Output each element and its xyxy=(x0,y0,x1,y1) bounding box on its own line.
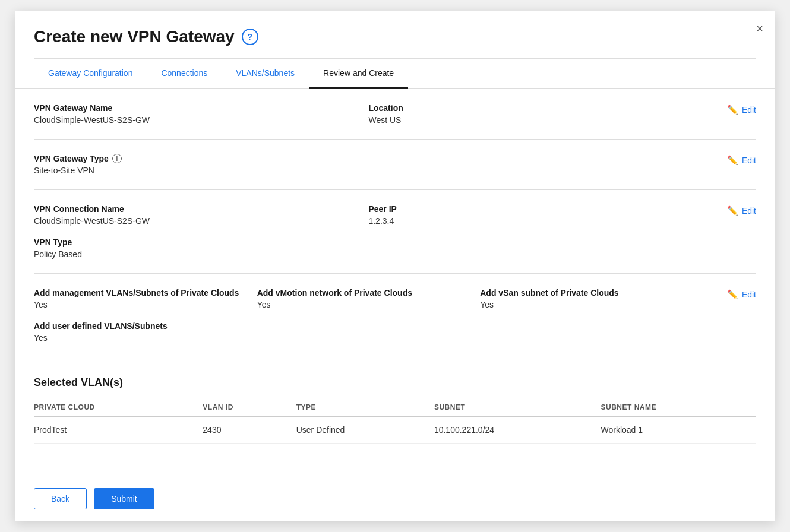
row-subnet: 10.100.221.0/24 xyxy=(434,417,601,444)
vlans-edit-button[interactable]: ✏️ Edit xyxy=(727,288,756,300)
add-vsan-value: Yes xyxy=(480,300,703,309)
vpn-connection-name-field: VPN Connection Name CloudSimple-WestUS-S… xyxy=(34,204,368,226)
selected-vlans-title: Selected VLAN(s) xyxy=(34,376,756,389)
gateway-name-edit-button[interactable]: ✏️ Edit xyxy=(727,103,756,115)
location-field: Location West US xyxy=(368,103,703,125)
peer-ip-field: Peer IP 1.2.3.4 xyxy=(368,204,703,226)
row-type: User Defined xyxy=(296,417,434,444)
vpn-type-field: VPN Type Policy Based xyxy=(34,238,703,259)
fields-row: VPN Gateway Name CloudSimple-WestUS-S2S-… xyxy=(34,103,703,125)
tab-review-and-create[interactable]: Review and Create xyxy=(309,59,408,89)
connection-name-peer-row: VPN Connection Name CloudSimple-WestUS-S… xyxy=(34,204,703,226)
add-mgmt-vlans-value: Yes xyxy=(34,300,257,309)
add-vmotion-value: Yes xyxy=(257,300,481,309)
vpn-gateway-name-label: VPN Gateway Name xyxy=(34,103,368,113)
section-connection: VPN Connection Name CloudSimple-WestUS-S… xyxy=(34,190,756,274)
location-value: West US xyxy=(368,115,703,125)
modal-footer: Back Submit xyxy=(15,476,775,521)
modal-title: Create new VPN Gateway xyxy=(34,27,235,46)
section-gateway-type: VPN Gateway Type i Site-to-Site VPN ✏️ E… xyxy=(34,140,756,190)
add-vmotion-label: Add vMotion network of Private Clouds xyxy=(257,288,481,297)
vlans-table-header: PRIVATE CLOUD VLAN ID TYPE SUBNET SUBNET… xyxy=(34,398,756,417)
row-subnet-name: Workload 1 xyxy=(601,417,756,444)
vpn-type-label: VPN Type xyxy=(34,238,703,247)
modal-body: VPN Gateway Name CloudSimple-WestUS-S2S-… xyxy=(15,89,775,476)
col-type: TYPE xyxy=(296,398,434,417)
vpn-gateway-type-field: VPN Gateway Type i Site-to-Site VPN xyxy=(34,154,703,175)
add-vsan-label: Add vSan subnet of Private Clouds xyxy=(480,288,703,297)
add-user-vlans-field: Add user defined VLANS/Subnets Yes xyxy=(34,321,703,343)
vpn-connection-name-value: CloudSimple-WestUS-S2S-GW xyxy=(34,216,368,226)
gateway-type-info-icon[interactable]: i xyxy=(112,154,122,163)
gateway-type-row: VPN Gateway Type i Site-to-Site VPN ✏️ E… xyxy=(34,154,756,175)
section-vlans-options: Add management VLANs/Subnets of Private … xyxy=(34,274,756,357)
create-vpn-gateway-modal: × Create new VPN Gateway ? Gateway Confi… xyxy=(15,11,775,521)
pencil-icon-2: ✏️ xyxy=(727,155,738,166)
vpn-gateway-name-value: CloudSimple-WestUS-S2S-GW xyxy=(34,115,368,125)
close-button[interactable]: × xyxy=(754,20,766,37)
connection-edit-button[interactable]: ✏️ Edit xyxy=(727,204,756,216)
gateway-name-location-row: VPN Gateway Name CloudSimple-WestUS-S2S-… xyxy=(34,103,756,125)
location-label: Location xyxy=(368,103,703,113)
col-subnet-name: SUBNET NAME xyxy=(601,398,756,417)
gateway-type-edit-button[interactable]: ✏️ Edit xyxy=(727,154,756,166)
vpn-gateway-name-field: VPN Gateway Name CloudSimple-WestUS-S2S-… xyxy=(34,103,368,125)
peer-ip-value: 1.2.3.4 xyxy=(368,216,703,226)
connection-row: VPN Connection Name CloudSimple-WestUS-S… xyxy=(34,204,756,259)
vpn-gateway-type-value: Site-to-Site VPN xyxy=(34,166,703,175)
col-vlan-id: VLAN ID xyxy=(203,398,296,417)
add-vsan-field: Add vSan subnet of Private Clouds Yes xyxy=(480,288,703,309)
add-vmotion-field: Add vMotion network of Private Clouds Ye… xyxy=(257,288,481,309)
tab-connections[interactable]: Connections xyxy=(147,59,222,89)
pencil-icon-4: ✏️ xyxy=(727,289,738,300)
vlans-table-body: ProdTest 2430 User Defined 10.100.221.0/… xyxy=(34,417,756,444)
row-private-cloud: ProdTest xyxy=(34,417,203,444)
add-mgmt-vlans-field: Add management VLANs/Subnets of Private … xyxy=(34,288,257,309)
tab-vlans-subnets[interactable]: VLANs/Subnets xyxy=(222,59,309,89)
tab-bar: Gateway Configuration Connections VLANs/… xyxy=(15,59,775,89)
add-mgmt-vlans-label: Add management VLANs/Subnets of Private … xyxy=(34,288,257,297)
col-private-cloud: PRIVATE CLOUD xyxy=(34,398,203,417)
back-button[interactable]: Back xyxy=(34,488,87,509)
vpn-connection-name-label: VPN Connection Name xyxy=(34,204,368,214)
vlans-table: PRIVATE CLOUD VLAN ID TYPE SUBNET SUBNET… xyxy=(34,398,756,444)
help-icon[interactable]: ? xyxy=(242,28,258,45)
title-row: Create new VPN Gateway ? xyxy=(34,27,756,46)
pencil-icon-3: ✏️ xyxy=(727,205,738,216)
table-row: ProdTest 2430 User Defined 10.100.221.0/… xyxy=(34,417,756,444)
add-user-vlans-value: Yes xyxy=(34,333,703,343)
add-user-vlans-label: Add user defined VLANS/Subnets xyxy=(34,321,703,331)
vpn-gateway-type-label: VPN Gateway Type i xyxy=(34,154,703,163)
peer-ip-label: Peer IP xyxy=(368,204,703,214)
col-subnet: SUBNET xyxy=(434,398,601,417)
row-vlan-id: 2430 xyxy=(203,417,296,444)
vlans-options-row: Add management VLANs/Subnets of Private … xyxy=(34,288,756,343)
submit-button[interactable]: Submit xyxy=(94,488,154,509)
section-gateway-name-location: VPN Gateway Name CloudSimple-WestUS-S2S-… xyxy=(34,89,756,140)
modal-header: Create new VPN Gateway ? xyxy=(15,11,775,58)
selected-vlans-section: Selected VLAN(s) PRIVATE CLOUD VLAN ID T… xyxy=(34,357,756,444)
tab-gateway-configuration[interactable]: Gateway Configuration xyxy=(34,59,147,89)
vpn-type-value: Policy Based xyxy=(34,249,703,259)
pencil-icon: ✏️ xyxy=(727,104,738,115)
